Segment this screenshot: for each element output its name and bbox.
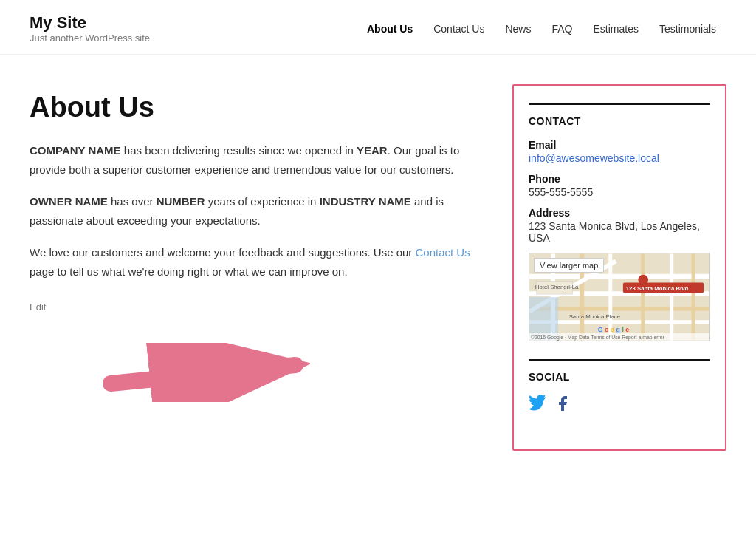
paragraph-3: We love our customers and welcome your f… — [30, 243, 483, 281]
svg-text:Santa Monica Place: Santa Monica Place — [569, 313, 620, 320]
map-container[interactable]: 123 Santa Monica Blvd Hotel Shangri-La S… — [529, 253, 710, 341]
company-name: COMPANY NAME — [30, 144, 121, 157]
content-area: About Us COMPANY NAME has been deliverin… — [30, 84, 483, 451]
owner-name: OWNER NAME — [30, 195, 108, 208]
address-label: Address — [529, 207, 710, 219]
svg-text:G
            o
            o
: G o o g l e — [598, 326, 630, 333]
social-divider — [529, 359, 710, 361]
email-value: info@awesomewebsite.local — [529, 152, 710, 164]
email-label: Email — [529, 139, 710, 151]
page-title: About Us — [30, 92, 483, 123]
nav-contact-us[interactable]: Contact Us — [423, 17, 495, 41]
svg-rect-10 — [641, 253, 645, 340]
nav-estimates[interactable]: Estimates — [583, 17, 649, 41]
year: YEAR — [357, 144, 388, 157]
social-section-title: SOCIAL — [529, 371, 710, 383]
social-icons — [529, 395, 710, 417]
sidebar: CONTACT Email info@awesomewebsite.local … — [512, 84, 726, 451]
edit-link[interactable]: Edit — [30, 301, 46, 313]
main-content: About Us COMPANY NAME has been deliverin… — [0, 55, 756, 480]
site-tagline: Just another WordPress site — [30, 33, 150, 44]
contact-us-link[interactable]: Contact Us — [416, 246, 470, 259]
phone-label: Phone — [529, 173, 710, 185]
svg-line-1 — [111, 365, 295, 384]
number: NUMBER — [157, 195, 205, 208]
nav-news[interactable]: News — [495, 17, 541, 41]
arrow-icon — [103, 343, 310, 402]
nav-testimonials[interactable]: Testimonials — [649, 17, 726, 41]
phone-value: 555-555-5555 — [529, 186, 710, 198]
svg-rect-11 — [670, 253, 673, 340]
twitter-icon[interactable] — [529, 395, 546, 417]
social-section: SOCIAL — [529, 359, 710, 417]
svg-rect-3 — [529, 274, 709, 279]
view-larger-map-button[interactable]: View larger map — [534, 258, 604, 273]
svg-rect-12 — [692, 253, 695, 340]
nav-about-us[interactable]: About Us — [357, 17, 423, 41]
svg-text:123 Santa Monica Blvd: 123 Santa Monica Blvd — [626, 285, 689, 292]
contact-divider — [529, 103, 710, 105]
facebook-icon[interactable] — [554, 395, 571, 417]
site-header: My Site Just another WordPress site Abou… — [0, 0, 756, 55]
site-nav: About Us Contact Us News FAQ Estimates T… — [357, 17, 726, 41]
svg-text:Hotel Shangri-La: Hotel Shangri-La — [535, 284, 579, 290]
paragraph-2: OWNER NAME has over NUMBER years of expe… — [30, 192, 483, 230]
site-title: My Site — [30, 13, 150, 33]
paragraph-1: COMPANY NAME has been delivering results… — [30, 141, 483, 179]
contact-section-title: CONTACT — [529, 115, 710, 127]
industry-name: INDUSTRY NAME — [320, 195, 411, 208]
nav-faq[interactable]: FAQ — [541, 17, 583, 41]
contact-section: CONTACT Email info@awesomewebsite.local … — [529, 103, 710, 341]
site-branding: My Site Just another WordPress site — [30, 13, 150, 44]
arrow-container — [30, 328, 483, 402]
address-value: 123 Santa Monica Blvd, Los Angeles, USA — [529, 220, 710, 244]
email-link[interactable]: info@awesomewebsite.local — [529, 152, 659, 164]
svg-text:©2016 Google · Map Data  Terms: ©2016 Google · Map Data Terms of Use Rep… — [531, 335, 665, 341]
